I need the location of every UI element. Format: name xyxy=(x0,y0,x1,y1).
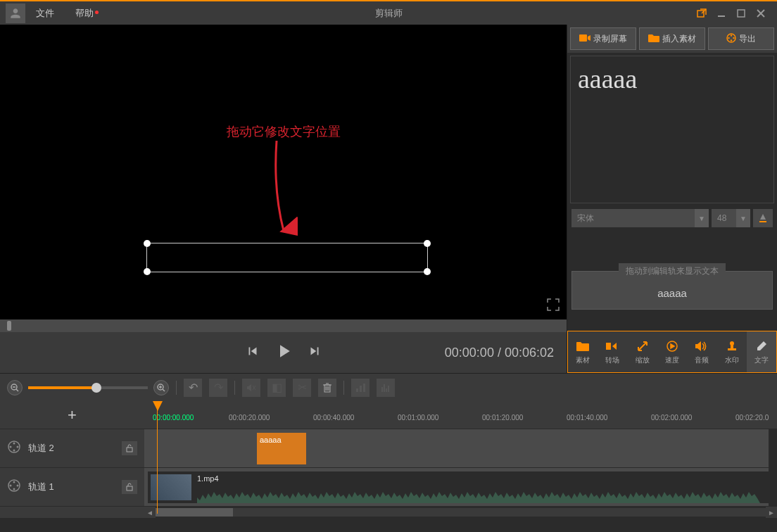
play-button[interactable] xyxy=(273,341,294,365)
fullscreen-icon[interactable] xyxy=(547,298,560,314)
track-header-1[interactable]: 轨道 1 xyxy=(0,468,144,507)
title-bar: 文件 帮助 剪辑师 xyxy=(0,0,777,25)
svg-point-48 xyxy=(13,488,15,490)
tool-speed[interactable]: 速度 xyxy=(657,331,687,372)
user-avatar[interactable] xyxy=(6,4,25,23)
cut-button[interactable]: ✂ xyxy=(293,379,311,397)
svg-line-23 xyxy=(163,389,165,391)
delete-button[interactable] xyxy=(318,379,336,397)
svg-point-47 xyxy=(17,485,19,487)
marker-button[interactable]: ◧ xyxy=(267,379,286,397)
detach-icon[interactable] xyxy=(696,8,707,19)
svg-rect-12 xyxy=(606,343,611,350)
text-clip[interactable]: aaaaa xyxy=(257,433,306,464)
zoom-out-button[interactable] xyxy=(7,380,23,395)
font-color-button[interactable] xyxy=(753,209,773,227)
tool-zoom[interactable]: 缩放 xyxy=(628,331,657,372)
levels-button[interactable] xyxy=(351,379,369,397)
scrub-bar[interactable] xyxy=(0,319,567,332)
svg-point-41 xyxy=(17,446,19,448)
text-box-handle[interactable] xyxy=(146,243,428,272)
mute-button[interactable] xyxy=(242,379,260,397)
playhead-icon[interactable] xyxy=(153,401,163,411)
zoom-in-button[interactable] xyxy=(153,380,169,395)
scroll-thumb[interactable] xyxy=(156,508,233,517)
svg-rect-33 xyxy=(360,386,362,392)
minimize-button[interactable] xyxy=(716,8,727,19)
vertical-scrollbar[interactable] xyxy=(769,429,777,507)
track-lane-1[interactable]: 1.mp4 xyxy=(144,468,777,507)
svg-point-42 xyxy=(13,450,15,452)
video-clip[interactable]: 1.mp4 xyxy=(148,471,777,503)
ruler-mark: 00:02:00.000 xyxy=(651,414,692,422)
export-button[interactable]: 导出 xyxy=(708,27,774,50)
ruler-mark: 00:01:40.000 xyxy=(567,414,607,422)
scroll-right-button[interactable]: ► xyxy=(766,507,777,518)
chevron-down-icon: ▼ xyxy=(736,209,750,227)
timeline-ruler[interactable]: 00:00:00.000 00:00:20.000 00:00:40.000 0… xyxy=(144,401,777,429)
preview-canvas[interactable]: 拖动它修改文字位置 xyxy=(0,25,567,319)
camera-icon xyxy=(579,34,590,44)
track-lane-2[interactable]: aaaaa xyxy=(144,429,777,468)
reel-icon xyxy=(726,33,736,45)
resize-handle-tr[interactable] xyxy=(424,240,431,247)
svg-point-40 xyxy=(13,443,15,445)
ruler-mark: 00:02:20.0 xyxy=(735,414,769,422)
prev-button[interactable] xyxy=(245,343,260,362)
tool-watermark[interactable]: 水印 xyxy=(716,331,746,372)
tool-material[interactable]: 素材 xyxy=(568,331,598,372)
total-time: 00:06:02 xyxy=(505,346,554,360)
svg-rect-44 xyxy=(127,448,132,452)
window-controls xyxy=(696,8,777,19)
drag-hint-caption: 拖动到编辑轨来显示文本 xyxy=(619,263,726,279)
scroll-left-button[interactable]: ◄ xyxy=(144,507,156,518)
resize-handle-tl[interactable] xyxy=(144,240,151,247)
tool-audio[interactable]: 音频 xyxy=(687,331,716,372)
ruler-mark: 00:00:00.000 xyxy=(153,414,194,422)
menu-file[interactable]: 文件 xyxy=(25,7,65,20)
svg-rect-2 xyxy=(738,10,745,17)
svg-rect-15 xyxy=(731,345,733,348)
resize-handle-br[interactable] xyxy=(424,268,431,275)
undo-button[interactable]: ↶ xyxy=(184,379,202,397)
unlock-icon[interactable] xyxy=(122,441,137,455)
notification-dot xyxy=(95,11,99,14)
maximize-button[interactable] xyxy=(735,8,747,19)
tool-transition[interactable]: 转场 xyxy=(598,331,627,372)
zoom-slider[interactable] xyxy=(28,386,148,389)
font-size-select[interactable]: 48 ▼ xyxy=(712,209,750,227)
add-track-button[interactable]: + xyxy=(0,401,144,429)
folder-icon xyxy=(648,34,659,44)
redo-button[interactable]: ↷ xyxy=(209,379,227,397)
import-button[interactable]: 插入素材 xyxy=(639,27,705,50)
font-family-select[interactable]: 宋体 ▼ xyxy=(571,209,709,227)
svg-rect-34 xyxy=(363,384,365,392)
close-button[interactable] xyxy=(755,8,766,19)
svg-rect-11 xyxy=(759,221,766,222)
text-preview-box[interactable]: aaaaa xyxy=(570,56,774,203)
stamp-icon xyxy=(727,338,737,354)
resize-handle-bl[interactable] xyxy=(144,268,151,275)
app-title: 剪辑师 xyxy=(375,7,403,20)
svg-rect-32 xyxy=(356,388,358,392)
svg-point-10 xyxy=(728,37,729,38)
record-screen-button[interactable]: 录制屏幕 xyxy=(570,27,636,50)
track-header-2[interactable]: 轨道 2 xyxy=(0,429,144,468)
svg-point-8 xyxy=(733,37,734,38)
zoom-slider-knob[interactable] xyxy=(91,383,101,393)
svg-rect-35 xyxy=(381,387,383,392)
menu-help[interactable]: 帮助 xyxy=(65,7,104,20)
time-display: 00:00:00 / 00:06:02 xyxy=(445,346,554,360)
ruler-mark: 00:00:20.000 xyxy=(229,414,270,422)
svg-rect-16 xyxy=(728,348,736,350)
horizontal-scrollbar[interactable]: ◄ ► xyxy=(144,507,777,518)
folder-icon xyxy=(576,338,589,354)
chevron-down-icon: ▼ xyxy=(695,209,709,227)
tool-text[interactable]: 文字 xyxy=(747,331,776,372)
unlock-icon[interactable] xyxy=(122,480,137,494)
next-button[interactable] xyxy=(307,343,322,362)
scrub-knob[interactable] xyxy=(7,321,11,331)
svg-line-19 xyxy=(16,389,18,391)
track-name-label: 轨道 2 xyxy=(28,442,115,455)
eq-button[interactable] xyxy=(377,379,395,397)
